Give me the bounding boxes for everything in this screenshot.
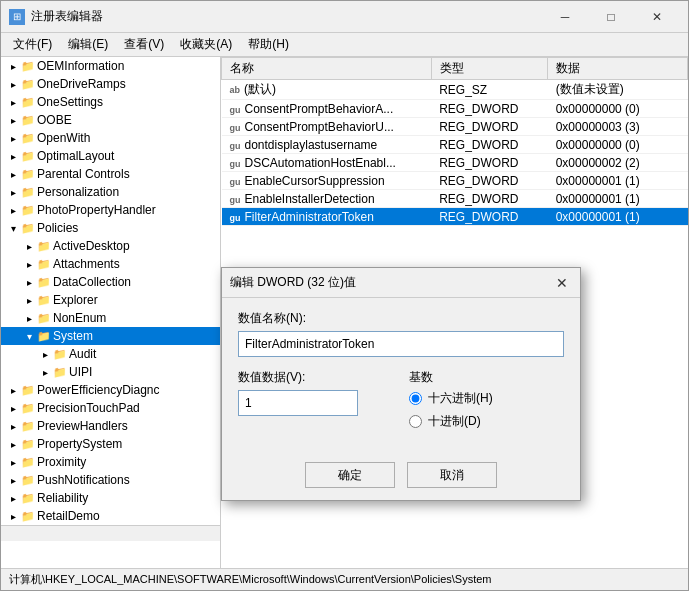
table-row[interactable]: guConsentPromptBehaviorU...REG_DWORD0x00… (222, 118, 688, 136)
tree-item[interactable]: ▸📁Audit (1, 345, 220, 363)
tree-item[interactable]: ▸📁OEMInformation (1, 57, 220, 75)
tree-toggle-icon[interactable]: ▸ (37, 367, 53, 378)
tree-item[interactable]: ▸📁OneSettings (1, 93, 220, 111)
maximize-button[interactable]: □ (588, 4, 634, 30)
tree-item[interactable]: ▸📁ActiveDesktop (1, 237, 220, 255)
decimal-radio-label[interactable]: 十进制(D) (409, 413, 564, 430)
table-row[interactable]: guFilterAdministratorTokenREG_DWORD0x000… (222, 208, 688, 226)
tree-item-label: Proximity (37, 455, 220, 469)
status-text: 计算机\HKEY_LOCAL_MACHINE\SOFTWARE\Microsof… (9, 573, 492, 585)
tree-item[interactable]: ▾📁System (1, 327, 220, 345)
tree-toggle-icon[interactable]: ▸ (5, 169, 21, 180)
main-content: ▸📁OEMInformation▸📁OneDriveRamps▸📁OneSett… (1, 57, 688, 568)
table-row[interactable]: guConsentPromptBehaviorA...REG_DWORD0x00… (222, 100, 688, 118)
tree-item-label: PushNotifications (37, 473, 220, 487)
tree-item[interactable]: ▸📁Explorer (1, 291, 220, 309)
table-row[interactable]: gudontdisplaylastusernameREG_DWORD0x0000… (222, 136, 688, 154)
tree-item[interactable]: ▸📁Proximity (1, 453, 220, 471)
tree-item[interactable]: ▸📁PhotoPropertyHandler (1, 201, 220, 219)
tree-item[interactable]: ▸📁PreviewHandlers (1, 417, 220, 435)
tree-item[interactable]: ▸📁Reliability (1, 489, 220, 507)
tree-toggle-icon[interactable]: ▸ (37, 349, 53, 360)
tree-toggle-icon[interactable]: ▸ (5, 61, 21, 72)
ok-button[interactable]: 确定 (305, 462, 395, 488)
tree-item[interactable]: ▸📁OpenWith (1, 129, 220, 147)
tree-item[interactable]: ▸📁DataCollection (1, 273, 220, 291)
hex-radio-label[interactable]: 十六进制(H) (409, 390, 564, 407)
tree-item[interactable]: ▸📁Parental Controls (1, 165, 220, 183)
tree-item[interactable]: ▸📁RetailDemo (1, 507, 220, 525)
tree-item[interactable]: ▸📁UIPI (1, 363, 220, 381)
tree-item-label: RetailDemo (37, 509, 220, 523)
tree-toggle-icon[interactable]: ▸ (5, 385, 21, 396)
window-controls: ─ □ ✕ (542, 4, 680, 30)
dialog-close-button[interactable]: ✕ (552, 273, 572, 293)
folder-icon: 📁 (21, 456, 37, 469)
tree-toggle-icon[interactable]: ▸ (21, 277, 37, 288)
tree-toggle-icon[interactable]: ▸ (5, 421, 21, 432)
tree-toggle-icon[interactable]: ▸ (5, 79, 21, 90)
status-bar: 计算机\HKEY_LOCAL_MACHINE\SOFTWARE\Microsof… (1, 568, 688, 590)
menu-view[interactable]: 查看(V) (116, 34, 172, 55)
tree-toggle-icon[interactable]: ▸ (21, 241, 37, 252)
table-row[interactable]: ab(默认)REG_SZ(数值未设置) (222, 80, 688, 100)
hex-radio[interactable] (409, 392, 422, 405)
tree-item[interactable]: ▸📁Attachments (1, 255, 220, 273)
table-row[interactable]: guDSCAutomationHostEnabl...REG_DWORD0x00… (222, 154, 688, 172)
menu-favorites[interactable]: 收藏夹(A) (172, 34, 240, 55)
reg-data-cell: (数值未设置) (548, 80, 688, 100)
folder-icon: 📁 (37, 276, 53, 289)
tree-scroll[interactable] (1, 525, 220, 541)
tree-toggle-icon[interactable]: ▸ (5, 511, 21, 522)
tree-item-label: PrecisionTouchPad (37, 401, 220, 415)
tree-toggle-icon[interactable]: ▸ (5, 493, 21, 504)
title-bar: ⊞ 注册表编辑器 ─ □ ✕ (1, 1, 688, 33)
tree-toggle-icon[interactable]: ▸ (5, 457, 21, 468)
tree-item[interactable]: ▾📁Policies (1, 219, 220, 237)
tree-item[interactable]: ▸📁PowerEfficiencyDiagnc (1, 381, 220, 399)
tree-item[interactable]: ▸📁OneDriveRamps (1, 75, 220, 93)
tree-toggle-icon[interactable]: ▸ (5, 115, 21, 126)
folder-icon: 📁 (21, 492, 37, 505)
tree-item[interactable]: ▸📁PropertySystem (1, 435, 220, 453)
tree-toggle-icon[interactable]: ▾ (21, 331, 37, 342)
tree-item-label: PowerEfficiencyDiagnc (37, 383, 220, 397)
tree-toggle-icon[interactable]: ▸ (5, 97, 21, 108)
menu-file[interactable]: 文件(F) (5, 34, 60, 55)
tree-toggle-icon[interactable]: ▸ (5, 133, 21, 144)
tree-item[interactable]: ▸📁PrecisionTouchPad (1, 399, 220, 417)
tree-item[interactable]: ▸📁PushNotifications (1, 471, 220, 489)
table-row[interactable]: guEnableCursorSuppressionREG_DWORD0x0000… (222, 172, 688, 190)
tree-toggle-icon[interactable]: ▾ (5, 223, 21, 234)
tree-toggle-icon[interactable]: ▸ (21, 313, 37, 324)
menu-edit[interactable]: 编辑(E) (60, 34, 116, 55)
tree-item-label: Policies (37, 221, 220, 235)
tree-toggle-icon[interactable]: ▸ (5, 403, 21, 414)
folder-icon: 📁 (37, 312, 53, 325)
table-row[interactable]: guEnableInstallerDetectionREG_DWORD0x000… (222, 190, 688, 208)
tree-toggle-icon[interactable]: ▸ (21, 259, 37, 270)
tree-toggle-icon[interactable]: ▸ (5, 151, 21, 162)
cancel-button[interactable]: 取消 (407, 462, 497, 488)
decimal-radio[interactable] (409, 415, 422, 428)
tree-toggle-icon[interactable]: ▸ (5, 205, 21, 216)
folder-icon: 📁 (21, 168, 37, 181)
tree-toggle-icon[interactable]: ▸ (5, 475, 21, 486)
tree-item[interactable]: ▸📁Personalization (1, 183, 220, 201)
tree-toggle-icon[interactable]: ▸ (5, 187, 21, 198)
folder-icon: 📁 (37, 258, 53, 271)
reg-name-cell: guEnableInstallerDetection (222, 190, 432, 208)
menu-help[interactable]: 帮助(H) (240, 34, 297, 55)
tree-item[interactable]: ▸📁OptimalLayout (1, 147, 220, 165)
close-button[interactable]: ✕ (634, 4, 680, 30)
dialog-data-row: 数值数据(V): 基数 十六进制(H) 十进制(D) (238, 369, 564, 430)
tree-item[interactable]: ▸📁OOBE (1, 111, 220, 129)
tree-toggle-icon[interactable]: ▸ (21, 295, 37, 306)
reg-name-cell: guDSCAutomationHostEnabl... (222, 154, 432, 172)
tree-item[interactable]: ▸📁NonEnum (1, 309, 220, 327)
value-name-input[interactable] (238, 331, 564, 357)
minimize-button[interactable]: ─ (542, 4, 588, 30)
tree-toggle-icon[interactable]: ▸ (5, 439, 21, 450)
value-data-input[interactable] (238, 390, 358, 416)
col-data: 数据 (548, 58, 688, 80)
